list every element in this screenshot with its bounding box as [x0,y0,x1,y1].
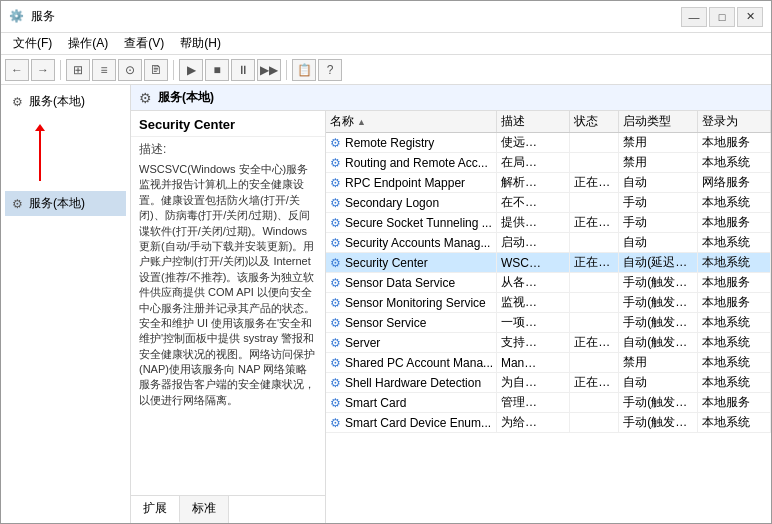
table-row[interactable]: ⚙Security CenterWSC…正在…自动(延迟…本地系统 [326,253,771,273]
maximize-button[interactable]: □ [709,7,735,27]
col-header-desc[interactable]: 描述 [497,111,570,132]
cell-startup: 手动(触发… [619,293,697,312]
sidebar-item-local-services[interactable]: ⚙ 服务(本地) [5,191,126,216]
table-row[interactable]: ⚙Secure Socket Tunneling ...提供…正在…手动本地服务 [326,213,771,233]
col-header-status[interactable]: 状态 [570,111,619,132]
cell-desc: 支持… [497,333,570,352]
table-row[interactable]: ⚙Secondary Logon在不…手动本地系统 [326,193,771,213]
cell-startup: 手动(触发… [619,393,697,412]
cell-status: 正在… [570,173,619,192]
tab-standard[interactable]: 标准 [180,496,229,523]
menu-file[interactable]: 文件(F) [5,33,60,54]
main-area: ⚙ 服务(本地) ⚙ 服务(本地) ⚙ 服务(本地) [1,85,771,523]
services-panel-title: 服务(本地) [158,89,214,106]
cell-status [570,153,619,172]
cell-startup: 手动(触发… [619,413,697,432]
table-row[interactable]: ⚙Shell Hardware Detection为自…正在…自动本地系统 [326,373,771,393]
cell-startup: 手动(触发… [619,313,697,332]
sidebar-header: ⚙ 服务(本地) [5,89,126,114]
export-button[interactable]: 🖹 [144,59,168,81]
menu-action[interactable]: 操作(A) [60,33,116,54]
forward-button[interactable]: → [31,59,55,81]
cell-login: 本地系统 [698,153,771,172]
menu-bar: 文件(F) 操作(A) 查看(V) 帮助(H) [1,33,771,55]
cell-login: 本地系统 [698,353,771,372]
toolbar-separator-2 [173,60,174,80]
service-icon: ⚙ [330,376,341,390]
cell-login: 本地服务 [698,133,771,152]
back-button[interactable]: ← [5,59,29,81]
cell-desc: 从各… [497,273,570,292]
service-icon: ⚙ [330,416,341,430]
service-icon: ⚙ [330,136,341,150]
table-row[interactable]: ⚙RPC Endpoint Mapper解析…正在…自动网络服务 [326,173,771,193]
cell-login: 本地系统 [698,313,771,332]
pause-button[interactable]: ⏸ [231,59,255,81]
service-icon: ⚙ [330,176,341,190]
cell-status [570,273,619,292]
list-button[interactable]: ≡ [92,59,116,81]
properties-button[interactable]: 📋 [292,59,316,81]
cell-desc: 在局… [497,153,570,172]
services-icon: ⚙ [9,94,25,110]
service-icon: ⚙ [330,296,341,310]
table-row[interactable]: ⚙Routing and Remote Acc...在局…禁用本地系统 [326,153,771,173]
cell-desc: 在不… [497,193,570,212]
table-row[interactable]: ⚙Server支持…正在…自动(触发…本地系统 [326,333,771,353]
app-icon: ⚙️ [9,9,25,25]
service-icon: ⚙ [330,396,341,410]
table-row[interactable]: ⚙Shared PC Account Mana...Man…禁用本地系统 [326,353,771,373]
toolbar: ← → ⊞ ≡ ⊙ 🖹 ▶ ■ ⏸ ▶▶ 📋 ? [1,55,771,85]
cell-login: 本地系统 [698,253,771,272]
left-description-panel: Security Center 描述: WSCSVC(Windows 安全中心)… [131,111,326,523]
scope-button[interactable]: ⊙ [118,59,142,81]
service-icon: ⚙ [330,316,341,330]
cell-name: ⚙Security Accounts Manag... [326,233,497,252]
col-header-login[interactable]: 登录为 [698,111,771,132]
stop-button[interactable]: ■ [205,59,229,81]
minimize-button[interactable]: — [681,7,707,27]
cell-desc: 提供… [497,213,570,232]
show-tree-button[interactable]: ⊞ [66,59,90,81]
restart-button[interactable]: ▶▶ [257,59,281,81]
close-button[interactable]: ✕ [737,7,763,27]
col-header-name[interactable]: 名称 ▲ [326,111,497,132]
cell-name: ⚙Secondary Logon [326,193,497,212]
cell-desc: 为自… [497,373,570,392]
service-icon: ⚙ [330,276,341,290]
table-row[interactable]: ⚙Smart Card管理…手动(触发…本地服务 [326,393,771,413]
table-body: ⚙Remote Registry使远…禁用本地服务⚙Routing and Re… [326,133,771,523]
cell-status [570,133,619,152]
start-button[interactable]: ▶ [179,59,203,81]
help-button[interactable]: ? [318,59,342,81]
services-local-icon: ⚙ [9,196,25,212]
left-panel-tabs: 扩展 标准 [131,495,325,523]
cell-login: 本地服务 [698,293,771,312]
table-row[interactable]: ⚙Sensor Service一项…手动(触发…本地系统 [326,313,771,333]
menu-view[interactable]: 查看(V) [116,33,172,54]
service-icon: ⚙ [330,236,341,250]
service-icon: ⚙ [330,196,341,210]
cell-name: ⚙Remote Registry [326,133,497,152]
cell-startup: 禁用 [619,353,697,372]
table-row[interactable]: ⚙Smart Card Device Enum...为给…手动(触发…本地系统 [326,413,771,433]
table-row[interactable]: ⚙Sensor Monitoring Service监视…手动(触发…本地服务 [326,293,771,313]
col-header-startup[interactable]: 启动类型 [619,111,697,132]
toolbar-separator-3 [286,60,287,80]
cell-startup: 手动 [619,213,697,232]
cell-desc: 一项… [497,313,570,332]
tab-extend[interactable]: 扩展 [131,496,180,523]
menu-help[interactable]: 帮助(H) [172,33,229,54]
desc-label: 描述: [131,137,325,160]
cell-name: ⚙Sensor Data Service [326,273,497,292]
cell-name: ⚙Sensor Monitoring Service [326,293,497,312]
table-row[interactable]: ⚙Sensor Data Service从各…手动(触发…本地服务 [326,273,771,293]
table-row[interactable]: ⚙Remote Registry使远…禁用本地服务 [326,133,771,153]
cell-desc: 为给… [497,413,570,432]
table-row[interactable]: ⚙Security Accounts Manag...启动…自动本地系统 [326,233,771,253]
cell-name: ⚙Server [326,333,497,352]
cell-name: ⚙Secure Socket Tunneling ... [326,213,497,232]
main-window: ⚙️ 服务 — □ ✕ 文件(F) 操作(A) 查看(V) 帮助(H) ← → … [0,0,772,524]
cell-status: 正在… [570,333,619,352]
cell-status: 正在… [570,253,619,272]
